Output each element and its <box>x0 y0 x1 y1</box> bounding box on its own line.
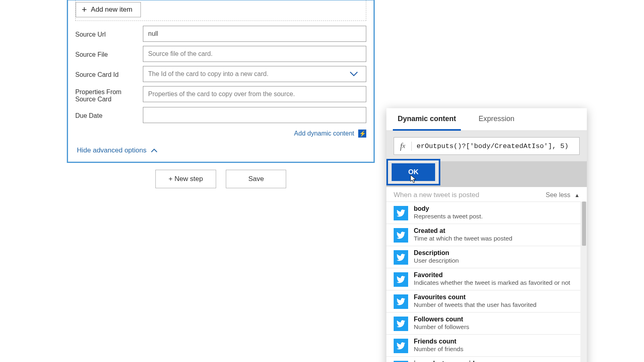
dc-item[interactable]: DescriptionUser description <box>386 246 587 268</box>
expression-input-wrap: fx <box>394 137 580 155</box>
twitter-icon <box>394 250 408 265</box>
twitter-icon <box>394 339 408 353</box>
twitter-icon <box>394 317 408 331</box>
dc-item-text: Friends countNumber of friends <box>414 338 580 353</box>
dc-item-title: Friends count <box>414 338 580 345</box>
dc-section-title: When a new tweet is posted <box>394 191 479 199</box>
dc-item-list: bodyRepresents a tweet post.Created atTi… <box>386 202 587 362</box>
scrollbar-track[interactable] <box>580 202 587 362</box>
label-due-date: Due Date <box>75 111 143 119</box>
dc-item-desc: Number of tweets that the user has favor… <box>414 301 580 309</box>
field-props-from-source: Properties From Source Card <box>75 86 366 103</box>
dc-item-title: Followers count <box>414 316 580 323</box>
dc-item-desc: Number of followers <box>414 323 580 331</box>
dc-item[interactable]: Friends countNumber of friends <box>386 334 587 356</box>
dc-item-title: Favorited <box>414 272 580 279</box>
dc-item-title: Created at <box>414 227 580 234</box>
save-button[interactable]: Save <box>226 170 286 188</box>
label-source-url: Source Url <box>75 29 143 38</box>
dc-item-desc: Number of friends <box>414 346 580 353</box>
input-props-from-source[interactable] <box>143 86 366 102</box>
action-bar: + New step Save <box>67 170 375 188</box>
flow-action-card: + Add new item Source Url Source File So… <box>67 0 375 163</box>
twitter-icon <box>394 272 408 287</box>
dc-item-title: in_reply_to_user_id <box>414 360 580 362</box>
chevron-up-icon <box>151 148 158 153</box>
dc-item-text: in_reply_to_user_id <box>414 360 580 362</box>
twitter-icon <box>394 206 408 220</box>
dc-item[interactable]: Favourites countNumber of tweets that th… <box>386 290 587 312</box>
expression-row: fx <box>386 131 587 161</box>
ok-button[interactable]: OK <box>392 163 435 181</box>
dc-item[interactable]: bodyRepresents a tweet post. <box>386 202 587 224</box>
twitter-icon <box>394 294 408 309</box>
dc-item-desc: Indicates whether the tweet is marked as… <box>414 279 580 286</box>
scrollbar-thumb[interactable] <box>582 202 586 246</box>
hide-advanced-options-toggle[interactable]: Hide advanced options <box>77 146 158 154</box>
new-step-button[interactable]: + New step <box>155 170 217 188</box>
expression-input[interactable] <box>412 142 579 150</box>
dynamic-content-panel: Dynamic content Expression fx OK When a … <box>386 108 587 362</box>
input-source-file[interactable] <box>143 46 366 62</box>
input-source-url[interactable] <box>143 26 366 42</box>
dc-item-desc: Time at which the tweet was posted <box>414 235 580 242</box>
tab-dynamic-content[interactable]: Dynamic content <box>386 108 467 130</box>
dc-item-desc: Represents a tweet post. <box>414 213 580 220</box>
collapse-triangle-icon[interactable]: ▲ <box>574 192 580 198</box>
input-source-card-id[interactable] <box>143 66 366 82</box>
twitter-icon <box>394 228 408 243</box>
add-new-item-label: Add new item <box>91 6 132 14</box>
dc-item-text: FavoritedIndicates whether the tweet is … <box>414 272 580 286</box>
label-source-file: Source File <box>75 49 143 58</box>
add-new-item-button[interactable]: + Add new item <box>76 2 141 17</box>
input-due-date[interactable] <box>143 107 366 123</box>
dc-item-text: Created atTime at which the tweet was po… <box>414 227 580 242</box>
dc-tabs: Dynamic content Expression <box>386 108 587 131</box>
tab-expression[interactable]: Expression <box>467 108 526 130</box>
ok-highlight-box: OK <box>386 159 440 185</box>
dc-item-title: Favourites count <box>414 294 580 301</box>
fx-icon: fx <box>394 142 412 151</box>
dc-item[interactable]: Followers countNumber of followers <box>386 312 587 334</box>
plus-icon: + <box>82 5 87 14</box>
dynamic-content-badge-icon[interactable]: ⚡ <box>358 130 366 138</box>
field-source-file: Source File <box>75 46 366 62</box>
ok-label: OK <box>408 168 419 176</box>
dc-item[interactable]: Created atTime at which the tweet was po… <box>386 224 587 246</box>
ok-zone: OK <box>386 161 587 187</box>
dc-item-text: Followers countNumber of followers <box>414 316 580 331</box>
add-dynamic-content-link[interactable]: Add dynamic content <box>294 130 354 137</box>
dc-item-title: Description <box>414 249 580 257</box>
dc-item-desc: User description <box>414 257 580 264</box>
dynamic-content-link-row: Add dynamic content ⚡ <box>68 127 374 138</box>
dc-item[interactable]: FavoritedIndicates whether the tweet is … <box>386 268 587 290</box>
dc-section-header: When a new tweet is posted See less ▲ <box>386 187 587 202</box>
add-item-container: + Add new item <box>75 0 366 21</box>
see-less-link[interactable]: See less <box>546 191 570 199</box>
label-source-card-id: Source Card Id <box>75 70 143 78</box>
field-due-date: Due Date <box>75 107 366 123</box>
hide-advanced-label: Hide advanced options <box>77 146 147 154</box>
dc-item-text: Favourites countNumber of tweets that th… <box>414 294 580 309</box>
dc-item-text: DescriptionUser description <box>414 249 580 264</box>
field-source-url: Source Url <box>75 26 366 42</box>
form-fields: Source Url Source File Source Card Id Pr… <box>68 24 374 123</box>
dc-item[interactable]: in_reply_to_user_id <box>386 356 587 362</box>
dc-item-title: body <box>414 205 580 212</box>
select-source-card-id[interactable] <box>143 66 366 82</box>
dc-item-text: bodyRepresents a tweet post. <box>414 205 580 220</box>
field-source-card-id: Source Card Id <box>75 66 366 82</box>
label-props-from-source: Properties From Source Card <box>75 86 143 103</box>
